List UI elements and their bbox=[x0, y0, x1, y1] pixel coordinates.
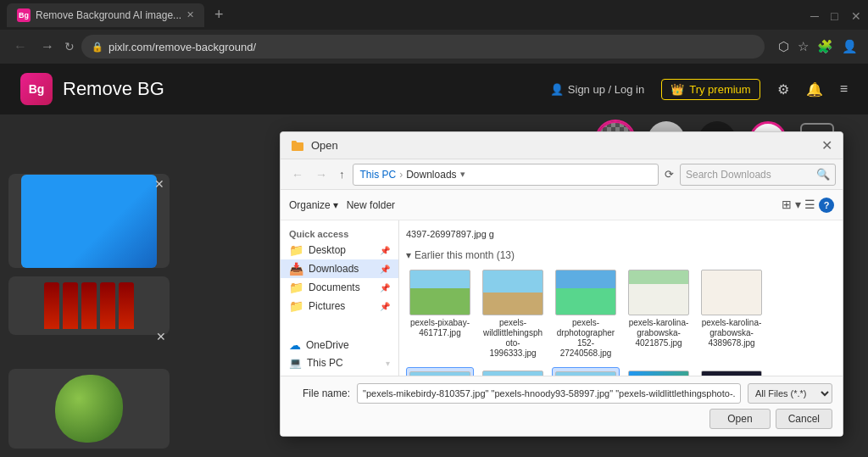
dialog-back-button[interactable]: ← bbox=[287, 165, 308, 184]
file-grid: pexels-pixabay-461717.jpg pexels-wildlit… bbox=[406, 266, 836, 376]
desktop-folder-icon: 📁 bbox=[289, 243, 303, 257]
breadcrumb-downloads[interactable]: Downloads bbox=[406, 169, 456, 181]
dialog-forward-button[interactable]: → bbox=[311, 165, 331, 184]
user-icon: 👤 bbox=[550, 83, 564, 96]
sidebar-item-downloads[interactable]: 📥 Downloads 📌 bbox=[281, 259, 398, 278]
view-grid-icon[interactable]: ⊞ bbox=[782, 198, 792, 213]
maximize-button[interactable]: □ bbox=[831, 10, 841, 20]
breadcrumb-this-pc[interactable]: This PC bbox=[360, 169, 397, 181]
breadcrumb-sep-1: › bbox=[399, 169, 403, 181]
downloads-pin-icon: 📌 bbox=[380, 265, 390, 274]
this-pc-scroll: ▾ bbox=[386, 359, 390, 368]
browser-toolbar: ← → ↻ 🔒 pixlr.com/remove-background/ ⬡ ☆… bbox=[0, 30, 868, 64]
bottle-2 bbox=[63, 282, 78, 329]
cancel-button[interactable]: Cancel bbox=[776, 409, 832, 429]
try-premium-button[interactable]: 👑 Try premium bbox=[661, 79, 760, 100]
sidebar-item-onedrive[interactable]: ☁ OneDrive bbox=[281, 336, 398, 354]
sidebar-item-desktop[interactable]: 📁 Desktop 📌 bbox=[281, 241, 398, 259]
filename-input[interactable] bbox=[357, 383, 741, 404]
partial-file-name: 4397-26997897.jpg g bbox=[406, 226, 836, 242]
extensions-icon[interactable]: ⬡ bbox=[778, 39, 789, 54]
profile-icon[interactable]: 👤 bbox=[842, 39, 858, 54]
browser-tab[interactable]: Bg Remove Background AI image... ✕ bbox=[7, 3, 204, 27]
breadcrumb-dropdown[interactable]: ▾ bbox=[460, 169, 465, 180]
pictures-folder-icon: 📁 bbox=[289, 299, 303, 313]
bottle-1 bbox=[44, 282, 59, 329]
file-open-dialog: Open ✕ ← → ↑ This PC › Downloads ▾ ⟳ 🔍 bbox=[280, 131, 843, 437]
crown-icon: 👑 bbox=[670, 83, 684, 96]
quick-access-section: Quick access 📁 Desktop 📌 📥 Downloads 📌 bbox=[281, 227, 398, 315]
file-item[interactable]: pexels-karolina-grabowska-4021875.jpg bbox=[625, 266, 693, 362]
open-button[interactable]: Open bbox=[709, 409, 770, 429]
dialog-footer: File name: All Files (*.*) Open Cancel bbox=[281, 376, 843, 436]
dialog-titlebar: Open ✕ bbox=[281, 132, 843, 159]
apple-image-card bbox=[8, 369, 170, 449]
extensions-puzzle-icon[interactable]: 🧩 bbox=[817, 39, 833, 54]
notifications-icon[interactable]: 🔔 bbox=[806, 81, 823, 98]
file-item[interactable]: pexels-mikebirdy-116675.jpg bbox=[479, 367, 547, 376]
view-dropdown-icon[interactable]: ▾ bbox=[795, 198, 801, 213]
view-list-icon[interactable]: ☰ bbox=[804, 198, 815, 213]
this-pc-icon: 💻 bbox=[289, 357, 302, 369]
footer-buttons: Open Cancel bbox=[291, 409, 832, 429]
file-item[interactable]: pexels-drphotographer152-27240568.jpg bbox=[552, 266, 620, 362]
tab-favicon: Bg bbox=[17, 8, 31, 22]
dialog-main-area: 4397-26997897.jpg g ▾ Earlier this month… bbox=[399, 220, 843, 376]
refresh-button[interactable]: ↻ bbox=[64, 40, 75, 53]
file-thumb bbox=[555, 270, 616, 315]
signup-login-button[interactable]: 👤 Sign up / Log in bbox=[550, 83, 644, 96]
organize-button[interactable]: Organize ▾ bbox=[289, 199, 338, 211]
app-content: ⊡ ✕ ✕ bbox=[0, 114, 868, 457]
onedrive-icon: ☁ bbox=[289, 338, 301, 352]
sidebar-item-documents[interactable]: 📁 Documents 📌 bbox=[281, 278, 398, 297]
organize-chevron: ▾ bbox=[333, 199, 338, 211]
file-item-selected[interactable]: pexels-mikebirdy-810357.jpg bbox=[406, 367, 474, 376]
downloads-label: Downloads bbox=[309, 263, 359, 275]
sidebar-item-pictures[interactable]: 📁 Pictures 📌 bbox=[281, 297, 398, 315]
dialog-breadcrumb[interactable]: This PC › Downloads ▾ bbox=[353, 164, 659, 186]
dialog-title: Open bbox=[311, 139, 821, 152]
logo-container: Bg Remove BG bbox=[20, 73, 164, 105]
file-item-selected[interactable]: pexels-hnoody93-58997.jpg bbox=[552, 367, 620, 376]
file-name: pexels-karolina-grabowska-4021875.jpg bbox=[628, 318, 689, 348]
dialog-close-button[interactable]: ✕ bbox=[821, 137, 832, 153]
toolbar-actions: ⬡ ☆ 🧩 👤 bbox=[778, 39, 858, 54]
address-bar[interactable]: 🔒 pixlr.com/remove-background/ bbox=[81, 35, 765, 59]
bottle-4 bbox=[100, 282, 115, 329]
sidebar-item-this-pc[interactable]: 💻 This PC ▾ bbox=[281, 354, 398, 371]
file-item[interactable]: sample1.webp bbox=[625, 367, 693, 376]
search-icon: 🔍 bbox=[816, 168, 830, 181]
filetype-select[interactable]: All Files (*.*) bbox=[748, 383, 832, 404]
file-item[interactable]: sample_1280×853.tiff bbox=[698, 367, 765, 376]
new-folder-button[interactable]: New folder bbox=[347, 199, 395, 211]
documents-pin-icon: 📌 bbox=[380, 283, 390, 293]
file-item[interactable]: pexels-pixabay-461717.jpg bbox=[406, 266, 474, 362]
dialog-body: Quick access 📁 Desktop 📌 📥 Downloads 📌 bbox=[281, 220, 843, 376]
dialog-sidebar: Quick access 📁 Desktop 📌 📥 Downloads 📌 bbox=[281, 220, 399, 376]
forward-button[interactable]: → bbox=[37, 36, 58, 58]
settings-icon[interactable]: ⚙ bbox=[777, 81, 789, 98]
minimize-button[interactable]: ─ bbox=[810, 10, 821, 20]
help-button[interactable]: ? bbox=[819, 198, 834, 213]
downloads-folder-icon: 📥 bbox=[289, 262, 303, 276]
bottles-card-close[interactable]: ✕ bbox=[156, 330, 166, 343]
car-card-close[interactable]: ✕ bbox=[154, 177, 164, 191]
close-window-button[interactable]: ✕ bbox=[851, 10, 861, 20]
file-item[interactable]: pexels-karolina-grabowska-4389678.jpg bbox=[698, 266, 765, 362]
tab-close-button[interactable]: ✕ bbox=[186, 9, 194, 20]
back-button[interactable]: ← bbox=[10, 36, 31, 58]
dialog-search-input[interactable] bbox=[686, 169, 813, 181]
menu-icon[interactable]: ≡ bbox=[840, 81, 848, 97]
header-actions: 👤 Sign up / Log in 👑 Try premium ⚙ 🔔 ≡ bbox=[550, 79, 848, 100]
dialog-refresh-button[interactable]: ⟳ bbox=[662, 165, 676, 183]
pictures-pin-icon: 📌 bbox=[380, 302, 390, 311]
tab-title: Remove Background AI image... bbox=[36, 9, 181, 21]
bookmark-icon[interactable]: ☆ bbox=[798, 39, 809, 54]
file-item[interactable]: pexels-wildlittlehingsphoto-1996333.jpg bbox=[479, 266, 547, 362]
new-tab-button[interactable]: + bbox=[214, 6, 224, 24]
dialog-search-box[interactable]: 🔍 bbox=[680, 164, 836, 186]
car-thumbnail bbox=[21, 175, 157, 268]
dialog-up-button[interactable]: ↑ bbox=[335, 165, 349, 183]
group-chevron: ▾ bbox=[406, 249, 411, 261]
app-logo: Bg bbox=[20, 73, 53, 105]
